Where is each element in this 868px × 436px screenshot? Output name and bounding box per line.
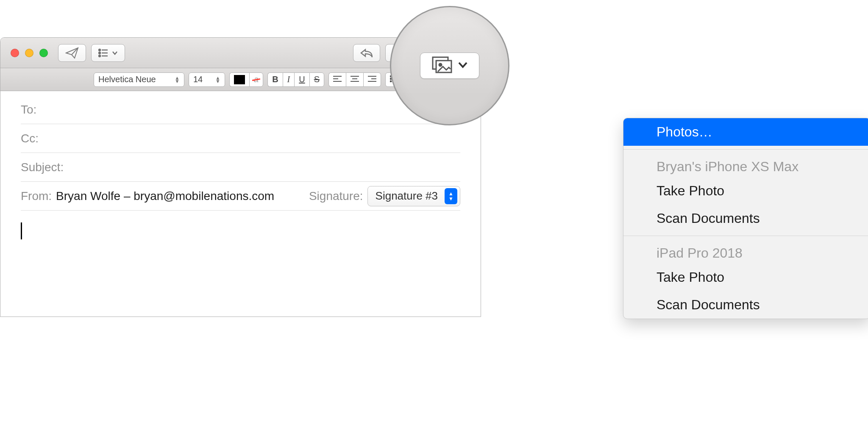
style-group: B I U S: [267, 72, 324, 87]
svg-point-3: [99, 52, 100, 54]
svg-point-21: [390, 81, 392, 82]
color-group: a: [229, 72, 263, 87]
menu-item-take-photo-1[interactable]: Take Photo: [623, 177, 868, 205]
text-cursor: [21, 222, 22, 239]
from-label: From:: [21, 189, 52, 203]
svg-point-26: [439, 64, 442, 66]
menu-section-device1: Bryan's iPhone XS Max: [623, 153, 868, 177]
from-value[interactable]: Bryan Wolfe – bryan@mobilenations.com: [56, 189, 274, 203]
signature-value: Signature #3: [376, 189, 438, 203]
menu-section-device2: iPad Pro 2018: [623, 239, 868, 264]
to-field[interactable]: To:: [21, 95, 460, 124]
font-size-select[interactable]: 14 ▲▼: [189, 72, 225, 87]
strikethrough-button[interactable]: S: [309, 72, 324, 87]
menu-item-label: Scan Documents: [657, 297, 760, 312]
bold-button[interactable]: B: [267, 72, 282, 87]
menu-item-label: Take Photo: [657, 183, 724, 198]
menu-item-photos[interactable]: Photos…: [623, 118, 868, 146]
italic-button[interactable]: I: [283, 72, 295, 87]
svg-point-1: [99, 49, 100, 51]
underline-glyph: U: [299, 75, 305, 84]
font-family-label: Helvetica Neue: [98, 75, 156, 84]
paper-plane-icon: [65, 47, 79, 59]
align-center-icon: [351, 75, 359, 84]
align-left-icon: [333, 75, 342, 84]
stepper-icon: ▲▼: [445, 188, 457, 204]
menu-item-label: Scan Documents: [657, 211, 760, 226]
subject-field[interactable]: Subject:: [21, 153, 460, 182]
color-swatch-icon: [234, 75, 245, 84]
from-row: From: Bryan Wolfe – bryan@mobilenations.…: [21, 182, 460, 211]
font-family-select[interactable]: Helvetica Neue ▲▼: [94, 72, 184, 87]
cc-field[interactable]: Cc:: [21, 124, 460, 153]
menu-separator: [623, 236, 868, 236]
background-color-button[interactable]: a: [249, 72, 263, 87]
underline-button[interactable]: U: [294, 72, 309, 87]
reply-icon: [360, 48, 373, 58]
close-window-button[interactable]: [11, 49, 19, 57]
align-left-button[interactable]: [328, 72, 346, 87]
menu-item-scan-documents-1[interactable]: Scan Documents: [623, 205, 868, 232]
signature-select[interactable]: Signature #3 ▲▼: [367, 186, 460, 206]
text-a-strike-icon: a: [254, 75, 259, 84]
photo-browser-button[interactable]: [420, 53, 479, 79]
reply-button[interactable]: [353, 44, 380, 62]
window-controls: [11, 49, 48, 57]
stepper-icon: ▲▼: [175, 76, 180, 83]
svg-point-5: [99, 55, 100, 57]
chevron-down-icon: [458, 61, 467, 70]
send-button[interactable]: [58, 44, 86, 62]
signature-label: Signature:: [309, 189, 363, 203]
menu-item-label: Photos…: [657, 124, 712, 139]
menu-separator: [623, 149, 868, 150]
menu-item-label: Take Photo: [657, 269, 724, 285]
photos-icon: [432, 56, 452, 75]
menu-item-scan-documents-2[interactable]: Scan Documents: [623, 291, 868, 319]
text-color-button[interactable]: [229, 72, 249, 87]
align-group: [328, 72, 381, 87]
list-icon: [98, 48, 109, 58]
to-label: To:: [21, 103, 36, 117]
align-center-button[interactable]: [346, 72, 363, 87]
message-body[interactable]: [0, 211, 481, 317]
chevron-down-icon: [112, 51, 118, 55]
italic-glyph: I: [287, 75, 290, 84]
align-right-icon: [368, 75, 376, 84]
zoom-window-button[interactable]: [39, 49, 48, 57]
bold-glyph: B: [272, 75, 278, 84]
photo-browser-menu: Photos… Bryan's iPhone XS Max Take Photo…: [623, 118, 868, 319]
minimize-window-button[interactable]: [25, 49, 33, 57]
magnifier-callout: [390, 6, 509, 125]
stepper-icon: ▲▼: [215, 76, 220, 83]
strike-glyph: S: [314, 75, 320, 84]
font-size-label: 14: [193, 75, 203, 84]
header-fields-button[interactable]: [91, 44, 125, 62]
menu-item-take-photo-2[interactable]: Take Photo: [623, 264, 868, 291]
cc-label: Cc:: [21, 132, 39, 145]
menu-section-label: iPad Pro 2018: [657, 245, 743, 261]
subject-label: Subject:: [21, 161, 64, 174]
menu-section-label: Bryan's iPhone XS Max: [657, 159, 798, 174]
align-right-button[interactable]: [363, 72, 381, 87]
